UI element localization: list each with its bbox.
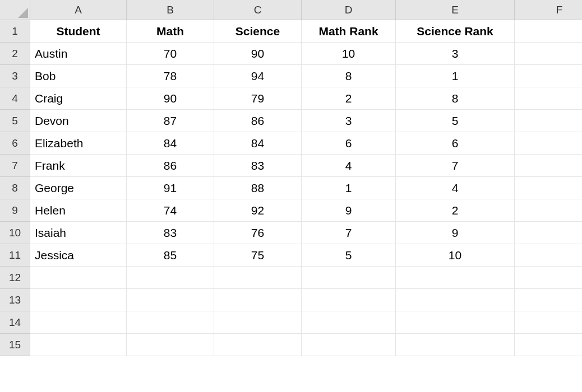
row-header-1[interactable]: 1 [0,20,30,43]
cell-B5[interactable]: 87 [127,110,214,132]
cell-D4[interactable]: 2 [302,87,396,110]
cell-F11[interactable] [515,244,582,267]
cell-C3[interactable]: 94 [214,65,302,87]
cell-F6[interactable] [515,132,582,155]
row-header-11[interactable]: 11 [0,244,30,267]
cell-A12[interactable] [30,267,127,289]
cell-C12[interactable] [214,267,302,289]
cell-A8[interactable]: George [30,177,127,199]
cell-E9[interactable]: 2 [396,199,515,222]
cell-D5[interactable]: 3 [302,110,396,132]
cell-A1[interactable]: Student [30,20,127,43]
cell-B2[interactable]: 70 [127,43,214,65]
cell-B3[interactable]: 78 [127,65,214,87]
cell-D1[interactable]: Math Rank [302,20,396,43]
cell-C10[interactable]: 76 [214,222,302,244]
cell-C9[interactable]: 92 [214,199,302,222]
row-header-13[interactable]: 13 [0,289,30,311]
cell-C8[interactable]: 88 [214,177,302,199]
column-header-C[interactable]: C [214,0,302,20]
cell-D15[interactable] [302,334,396,356]
cell-E8[interactable]: 4 [396,177,515,199]
cell-F12[interactable] [515,267,582,289]
cell-A15[interactable] [30,334,127,356]
cell-F3[interactable] [515,65,582,87]
cell-A7[interactable]: Frank [30,155,127,177]
cell-D10[interactable]: 7 [302,222,396,244]
cell-C15[interactable] [214,334,302,356]
cell-E14[interactable] [396,311,515,334]
row-header-12[interactable]: 12 [0,267,30,289]
cell-A3[interactable]: Bob [30,65,127,87]
cell-C2[interactable]: 90 [214,43,302,65]
cell-B11[interactable]: 85 [127,244,214,267]
cell-C14[interactable] [214,311,302,334]
cell-C13[interactable] [214,289,302,311]
cell-F8[interactable] [515,177,582,199]
cell-C6[interactable]: 84 [214,132,302,155]
cell-A13[interactable] [30,289,127,311]
cell-D2[interactable]: 10 [302,43,396,65]
cell-B6[interactable]: 84 [127,132,214,155]
cell-F14[interactable] [515,311,582,334]
cell-E1[interactable]: Science Rank [396,20,515,43]
cell-C4[interactable]: 79 [214,87,302,110]
cell-F15[interactable] [515,334,582,356]
cell-F7[interactable] [515,155,582,177]
cell-F10[interactable] [515,222,582,244]
cell-B14[interactable] [127,311,214,334]
row-header-6[interactable]: 6 [0,132,30,155]
cell-F9[interactable] [515,199,582,222]
cell-A2[interactable]: Austin [30,43,127,65]
cell-B10[interactable]: 83 [127,222,214,244]
cell-E10[interactable]: 9 [396,222,515,244]
cell-A4[interactable]: Craig [30,87,127,110]
cell-C5[interactable]: 86 [214,110,302,132]
row-header-14[interactable]: 14 [0,311,30,334]
cell-F5[interactable] [515,110,582,132]
cell-A14[interactable] [30,311,127,334]
cell-C1[interactable]: Science [214,20,302,43]
column-header-B[interactable]: B [127,0,214,20]
cell-D14[interactable] [302,311,396,334]
cell-E4[interactable]: 8 [396,87,515,110]
cell-E13[interactable] [396,289,515,311]
cell-F13[interactable] [515,289,582,311]
row-header-7[interactable]: 7 [0,155,30,177]
row-header-4[interactable]: 4 [0,87,30,110]
column-header-E[interactable]: E [396,0,515,20]
cell-D8[interactable]: 1 [302,177,396,199]
cell-E15[interactable] [396,334,515,356]
cell-F2[interactable] [515,43,582,65]
cell-D12[interactable] [302,267,396,289]
row-header-10[interactable]: 10 [0,222,30,244]
cell-A6[interactable]: Elizabeth [30,132,127,155]
cell-E7[interactable]: 7 [396,155,515,177]
cell-E2[interactable]: 3 [396,43,515,65]
cell-C7[interactable]: 83 [214,155,302,177]
cell-B12[interactable] [127,267,214,289]
cell-E5[interactable]: 5 [396,110,515,132]
cell-D13[interactable] [302,289,396,311]
select-all-corner[interactable] [0,0,30,20]
cell-A11[interactable]: Jessica [30,244,127,267]
cell-B7[interactable]: 86 [127,155,214,177]
row-header-3[interactable]: 3 [0,65,30,87]
row-header-2[interactable]: 2 [0,43,30,65]
cell-F1[interactable] [515,20,582,43]
column-header-F[interactable]: F [515,0,582,20]
cell-D6[interactable]: 6 [302,132,396,155]
cell-B8[interactable]: 91 [127,177,214,199]
cell-E11[interactable]: 10 [396,244,515,267]
row-header-15[interactable]: 15 [0,334,30,356]
cell-E12[interactable] [396,267,515,289]
cell-D3[interactable]: 8 [302,65,396,87]
cell-E3[interactable]: 1 [396,65,515,87]
cell-B13[interactable] [127,289,214,311]
cell-F4[interactable] [515,87,582,110]
cell-A9[interactable]: Helen [30,199,127,222]
cell-D9[interactable]: 9 [302,199,396,222]
cell-A5[interactable]: Devon [30,110,127,132]
cell-D11[interactable]: 5 [302,244,396,267]
cell-D7[interactable]: 4 [302,155,396,177]
